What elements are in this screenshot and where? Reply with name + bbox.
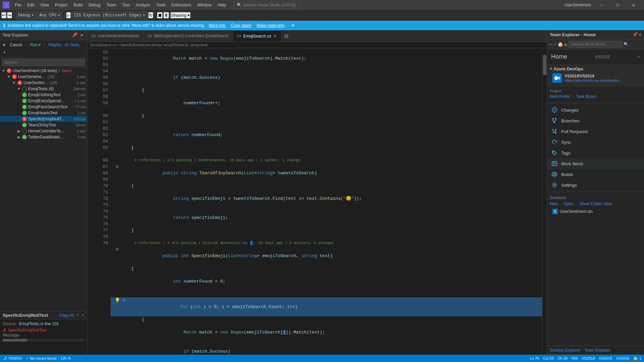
git-branch-item[interactable]: ⎇ VS2019 [3, 356, 21, 361]
te2-home-icon[interactable]: 🏠 [557, 42, 563, 47]
tab-user-sentiment[interactable]: C# UserSentimentAnalysis [87, 30, 144, 42]
menu-debug[interactable]: Debug [86, 1, 103, 9]
test-extra-special[interactable]: ✓ EmojiExtraSpecial... < 1 ms [0, 98, 87, 104]
editor-scrollbar-thumb[interactable] [543, 55, 546, 75]
te2-nav-settings[interactable]: Settings [547, 180, 644, 190]
copy-all-button[interactable]: Copy All [59, 313, 74, 318]
redo-button[interactable]: ↪ [7, 12, 12, 18]
encoding-item[interactable]: VS2019 [582, 356, 595, 360]
notification-item[interactable]: 🔔 1 [633, 356, 641, 361]
ln-item[interactable]: Ln 70 [530, 356, 539, 360]
status-ok-item[interactable]: ✓ No issues found [25, 356, 56, 361]
menu-project[interactable]: Project [52, 1, 70, 9]
bp-scrollbar[interactable] [3, 339, 84, 342]
te2-nav-changes[interactable]: Changes [547, 105, 644, 115]
te2-chevron-down-icon[interactable]: ▾ [638, 54, 640, 59]
menu-test[interactable]: Test [120, 1, 132, 9]
maximize-button[interactable]: ❐ [610, 0, 625, 10]
te-run-all-icon[interactable]: ▶ [2, 42, 7, 48]
te2-nav-workitems[interactable]: Work Items [547, 158, 644, 169]
test-root-item[interactable]: ▼ ✕ UserSentiment (18 tests) 1 failed [0, 68, 87, 74]
emoji-tests-group[interactable]: ▼ EmojiTests (6) 244 ms [0, 86, 87, 92]
platform-dropdown[interactable]: Any CPU ▾ [37, 11, 62, 19]
breadcrumb-text[interactable]: EmojiSearch.cs > SpecificEmoji(List<stri… [91, 43, 208, 47]
te2-forward-icon[interactable]: → [553, 42, 556, 47]
te-run-menu[interactable]: Run ▾ [29, 42, 42, 48]
ch-item[interactable]: Ch 29 [558, 356, 568, 360]
te2-refresh-icon[interactable]: ↻ [565, 42, 567, 47]
config-dropdown[interactable]: Debug ▾ [16, 11, 36, 19]
team-explorer-link[interactable]: Team Explorer [584, 348, 610, 353]
bottom-panel-close-icon[interactable]: ✕ [82, 313, 84, 318]
home-controller-group[interactable]: ▶ HomeControllerTe... 1 sec [0, 128, 87, 134]
minimize-button[interactable]: — [594, 0, 609, 10]
undo-button[interactable]: ↩ [1, 12, 6, 18]
te-level2-item[interactable]: ▼ ✕ UserSentimentAnal... (18) 1 sec [0, 80, 87, 86]
menu-edit[interactable]: Edit [24, 1, 37, 9]
share-button[interactable]: Sharing ▾ [170, 12, 191, 18]
te-level1-item[interactable]: ▼ ✕ UserSentimentAnalysis... (18) 1 sec [0, 74, 87, 80]
tab-webapp-controller[interactable]: C# WebApplication2.Controllers.EmojiSear… [144, 30, 233, 42]
solution-explorer-link[interactable]: Solution Explorer [550, 348, 580, 353]
te2-nav-pullrequests[interactable]: Pull Requests [547, 126, 644, 137]
test-hearts[interactable]: ✓ EmojiHeartsTest 1 ms [0, 110, 87, 116]
run-target-dropdown[interactable]: IIS Express (Microsoft Edge) ▾ [71, 11, 148, 19]
test-tears-of-joy[interactable]: ✓ TearsOfJoyTest 10 ms [0, 122, 87, 128]
make-readonly-link[interactable]: Make read-only [257, 23, 284, 28]
new-tab-button[interactable]: ⊞ [281, 30, 291, 42]
menu-help[interactable]: Help [215, 1, 229, 9]
code-content-area[interactable]: Match match = new Regex(emojiToSearch).M… [111, 48, 542, 355]
menu-window[interactable]: Window [195, 1, 214, 9]
te2-pin-icon[interactable]: 📌 [633, 32, 638, 37]
tab3-close-icon[interactable]: ✕ [273, 34, 277, 39]
global-search[interactable]: 🔍 Search Visual Studio (Ctrl+Q) [234, 2, 301, 9]
te2-solution-file[interactable]: S UserSentiment.sln [550, 207, 641, 216]
te-playlist-dropdown[interactable]: Playlist : All Tests [47, 42, 80, 48]
te2-nav-sync[interactable]: Sync [547, 137, 644, 147]
test-clothing[interactable]: ✓ EmojiClothingTest 1 ms [0, 92, 87, 98]
tb-extra1[interactable]: ⏹ [157, 12, 163, 18]
te2-new-link[interactable]: New... [550, 201, 561, 206]
te-cancel-btn[interactable]: Cancel [8, 42, 23, 48]
menu-analyze[interactable]: Analyze [133, 1, 153, 9]
bp-scrollbar-thumb[interactable] [3, 339, 27, 342]
bp-source-link[interactable]: EmojiTests.cs line 101 [19, 321, 59, 326]
te2-web-portal-link[interactable]: Web Portal [550, 94, 570, 99]
tab-specific-emoji[interactable]: C# EmojiSearch.cs ✕ [233, 30, 281, 42]
menu-extensions[interactable]: Extensions [169, 1, 194, 9]
te-close-icon[interactable]: ✕ [79, 32, 84, 39]
info-close-icon[interactable]: ✕ [291, 23, 294, 28]
team-explorer-search-input[interactable] [569, 41, 622, 48]
te2-open-link[interactable]: Open... [564, 201, 577, 206]
test-face-search[interactable]: ✓ EmojiFaceSearchTest 77 ms [0, 104, 87, 110]
col-item[interactable]: Col 29 [543, 356, 554, 360]
te2-expand-icon[interactable]: ▼ [550, 67, 552, 71]
te2-folder-link[interactable]: Show Folder View [580, 201, 612, 206]
te2-back-icon[interactable]: ← [549, 42, 552, 47]
te2-nav-tags[interactable]: Tags [547, 147, 644, 158]
te-playlist-chevron[interactable]: ▾ [2, 49, 7, 56]
menu-team[interactable]: Team [104, 1, 119, 9]
te-pin-icon[interactable]: 📌 [71, 32, 78, 39]
close-button[interactable]: ✕ [626, 0, 641, 10]
te2-task-board-link[interactable]: Task Board [576, 94, 596, 99]
te2-azure-url[interactable]: https://abuchholtz.au.visualstudio... [565, 78, 622, 82]
te2-close-icon[interactable]: ✕ [639, 32, 641, 37]
run-button[interactable]: ▶ [66, 12, 71, 18]
lang-item[interactable]: VS2019 [616, 356, 629, 360]
te2-search-icon[interactable]: 🔍 [624, 42, 629, 47]
menu-build[interactable]: Build [71, 1, 85, 9]
twitter-data-group[interactable]: ▶ ✓ TwitterDataModel... 1 ms [0, 134, 87, 140]
more-info-link[interactable]: More info [209, 23, 226, 28]
copy-again-link[interactable]: Copy again [231, 23, 252, 28]
menu-tools[interactable]: Tools [153, 1, 168, 9]
menu-view[interactable]: View [38, 1, 52, 9]
bottom-panel-scroll-icon[interactable]: ⬆ [77, 313, 79, 318]
test-search-input[interactable] [2, 59, 85, 66]
te2-nav-builds[interactable]: Builds [547, 169, 644, 180]
tb-extra2[interactable]: ⏸ [163, 12, 169, 18]
line-ending-item[interactable]: VS2019 [599, 356, 612, 360]
ins-item[interactable]: INS [572, 356, 578, 360]
menu-file[interactable]: File [12, 1, 24, 9]
te2-nav-branches[interactable]: Branches [547, 115, 644, 126]
